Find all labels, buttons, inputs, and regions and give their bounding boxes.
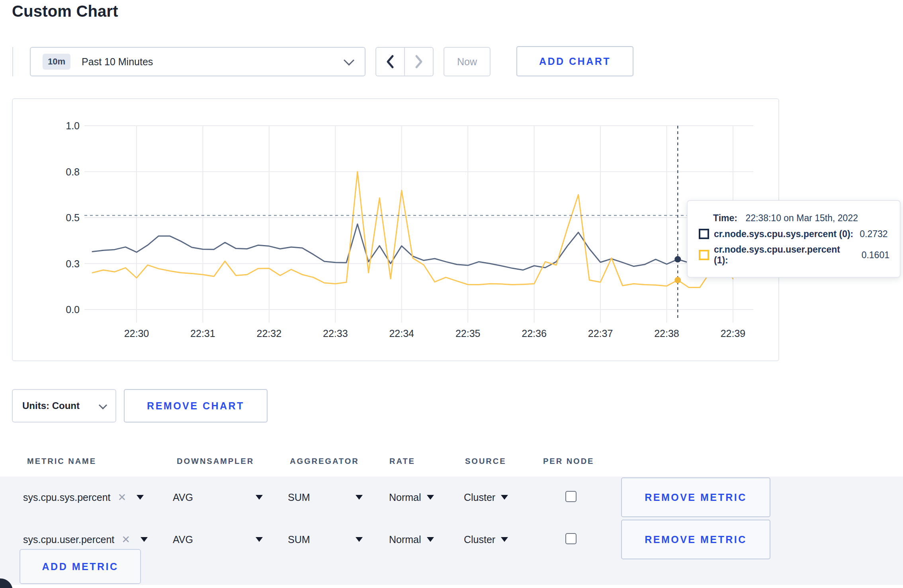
downsampler-value: AVG	[173, 492, 193, 503]
tooltip-time-row: Time: 22:38:10 on Mar 15th, 2022	[713, 213, 889, 224]
caret-down-icon	[427, 495, 434, 500]
chart-tooltip: Time: 22:38:10 on Mar 15th, 2022 cr.node…	[687, 200, 901, 278]
col-header-aggregator: AGGREGATOR	[290, 457, 359, 466]
time-range-label: Past 10 Minutes	[82, 56, 153, 68]
col-header-downsampler: DOWNSAMPLER	[177, 457, 254, 466]
chevron-down-icon	[344, 55, 354, 66]
aggregator-select[interactable]: SUM	[288, 487, 363, 508]
caret-down-icon	[141, 537, 148, 542]
svg-text:0.0: 0.0	[66, 304, 80, 315]
col-header-per-node: PER NODE	[543, 457, 594, 466]
caret-down-icon	[501, 495, 508, 500]
metric-name-select[interactable]: sys.cpu.user.percent ✕	[23, 529, 148, 550]
caret-down-icon	[256, 537, 263, 542]
tooltip-series-row: cr.node.sys.cpu.user.percent (1): 0.1601	[699, 244, 889, 266]
metrics-table-header	[0, 448, 903, 477]
metric-name-text: sys.cpu.user.percent	[23, 534, 114, 545]
col-header-source: SOURCE	[465, 457, 506, 466]
remove-tag-icon[interactable]: ✕	[121, 533, 130, 546]
remove-metric-button[interactable]: REMOVE METRIC	[621, 520, 770, 559]
chevron-down-icon	[99, 401, 107, 409]
source-select[interactable]: Cluster	[464, 487, 508, 508]
caret-down-icon	[356, 537, 363, 542]
add-metric-button[interactable]: ADD METRIC	[20, 549, 141, 584]
tooltip-series-label: cr.node.sys.cpu.sys.percent (0):	[714, 229, 853, 239]
svg-text:22:35: 22:35	[455, 328, 481, 339]
rate-select[interactable]: Normal	[389, 529, 434, 550]
time-nav-group	[375, 47, 434, 76]
remove-metric-button[interactable]: REMOVE METRIC	[621, 477, 770, 517]
downsampler-select[interactable]: AVG	[173, 529, 263, 550]
svg-text:22:34: 22:34	[389, 328, 414, 339]
col-header-rate: RATE	[389, 457, 415, 466]
rate-select[interactable]: Normal	[389, 487, 434, 508]
controls-divider	[12, 47, 13, 76]
remove-chart-button[interactable]: REMOVE CHART	[124, 389, 268, 423]
svg-text:22:36: 22:36	[522, 328, 547, 339]
caret-down-icon	[501, 537, 508, 542]
chevron-right-icon	[414, 55, 424, 69]
source-select[interactable]: Cluster	[464, 529, 508, 550]
svg-text:22:39: 22:39	[721, 328, 746, 339]
page-title: Custom Chart	[12, 2, 118, 20]
svg-text:0.8: 0.8	[66, 166, 80, 177]
units-label: Units: Count	[22, 400, 80, 411]
rate-value: Normal	[389, 534, 421, 545]
svg-text:22:30: 22:30	[124, 328, 149, 339]
aggregator-select[interactable]: SUM	[288, 529, 363, 550]
time-range-select[interactable]: 10m Past 10 Minutes	[30, 47, 366, 76]
caret-down-icon	[256, 495, 263, 500]
tooltip-time-value: 22:38:10 on Mar 15th, 2022	[745, 213, 858, 223]
next-time-button[interactable]	[404, 48, 433, 76]
rate-value: Normal	[389, 492, 421, 503]
custom-chart-page: Custom Chart 10m Past 10 Minutes Now ADD…	[0, 0, 903, 588]
tooltip-series-value: 0.2732	[860, 229, 887, 239]
user-series-swatch-icon	[699, 250, 709, 260]
source-value: Cluster	[464, 534, 495, 545]
svg-text:22:33: 22:33	[323, 328, 348, 339]
caret-down-icon	[427, 537, 434, 542]
col-header-metric-name: METRIC NAME	[27, 457, 96, 466]
time-range-badge: 10m	[43, 54, 70, 70]
downsampler-value: AVG	[173, 534, 193, 545]
caret-down-icon	[356, 495, 363, 500]
add-chart-button[interactable]: ADD CHART	[516, 46, 633, 76]
svg-text:0.5: 0.5	[66, 212, 80, 223]
tooltip-time-label: Time:	[713, 213, 737, 223]
cpu-percent-chart[interactable]: 0.00.30.50.81.022:3022:3122:3222:3322:34…	[13, 99, 778, 360]
metric-name-text: sys.cpu.sys.percent	[23, 492, 111, 503]
sys-series-swatch-icon	[699, 229, 709, 239]
prev-time-button[interactable]	[376, 48, 404, 76]
svg-text:22:31: 22:31	[190, 328, 215, 339]
chart-card: 0.00.30.50.81.022:3022:3122:3222:3322:34…	[12, 98, 779, 361]
source-value: Cluster	[464, 492, 495, 503]
tooltip-series-value: 0.1601	[862, 250, 889, 261]
svg-text:22:38: 22:38	[654, 328, 679, 339]
aggregator-value: SUM	[288, 492, 310, 503]
aggregator-value: SUM	[288, 534, 310, 545]
svg-text:22:37: 22:37	[588, 328, 613, 339]
svg-text:22:32: 22:32	[257, 328, 282, 339]
units-select[interactable]: Units: Count	[12, 389, 116, 423]
tooltip-series-row: cr.node.sys.cpu.sys.percent (0): 0.2732	[699, 229, 889, 239]
remove-tag-icon[interactable]: ✕	[118, 491, 127, 504]
per-node-checkbox[interactable]	[565, 491, 577, 502]
caret-down-icon	[137, 495, 144, 500]
metric-name-select[interactable]: sys.cpu.sys.percent ✕	[23, 487, 144, 508]
downsampler-select[interactable]: AVG	[173, 487, 263, 508]
per-node-checkbox[interactable]	[565, 533, 577, 544]
svg-text:1.0: 1.0	[66, 120, 80, 131]
tooltip-series-label: cr.node.sys.cpu.user.percent (1):	[714, 244, 855, 266]
chevron-left-icon	[385, 55, 395, 69]
svg-text:0.3: 0.3	[66, 258, 80, 269]
now-button[interactable]: Now	[444, 47, 491, 76]
